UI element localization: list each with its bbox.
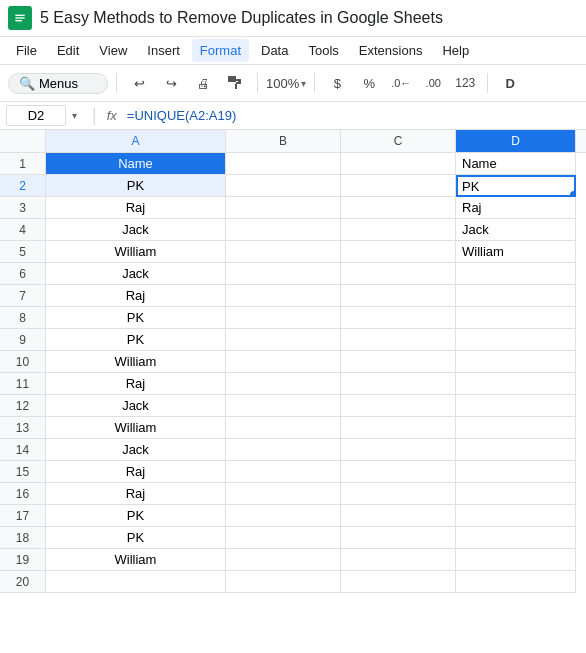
row-header-19[interactable]: 19 xyxy=(0,549,46,571)
cell-d6[interactable] xyxy=(456,263,576,285)
cell-b9[interactable] xyxy=(226,329,341,351)
cell-a1[interactable]: Name xyxy=(46,153,226,175)
cell-d1[interactable]: Name xyxy=(456,153,576,175)
cell-d10[interactable] xyxy=(456,351,576,373)
cell-a18[interactable]: PK xyxy=(46,527,226,549)
percent-button[interactable]: % xyxy=(355,69,383,97)
cell-a10[interactable]: William xyxy=(46,351,226,373)
cell-b1[interactable] xyxy=(226,153,341,175)
cell-a9[interactable]: PK xyxy=(46,329,226,351)
cell-b15[interactable] xyxy=(226,461,341,483)
cell-a5[interactable]: William xyxy=(46,241,226,263)
cell-c3[interactable] xyxy=(341,197,456,219)
cell-a12[interactable]: Jack xyxy=(46,395,226,417)
row-header-4[interactable]: 4 xyxy=(0,219,46,241)
row-header-7[interactable]: 7 xyxy=(0,285,46,307)
cell-d19[interactable] xyxy=(456,549,576,571)
cell-c14[interactable] xyxy=(341,439,456,461)
cell-b4[interactable] xyxy=(226,219,341,241)
cell-a6[interactable]: Jack xyxy=(46,263,226,285)
cell-d5[interactable]: William xyxy=(456,241,576,263)
search-input[interactable] xyxy=(39,76,94,91)
cell-a14[interactable]: Jack xyxy=(46,439,226,461)
row-header-5[interactable]: 5 xyxy=(0,241,46,263)
cell-c17[interactable] xyxy=(341,505,456,527)
cell-c20[interactable] xyxy=(341,571,456,593)
cell-a19[interactable]: William xyxy=(46,549,226,571)
menu-data[interactable]: Data xyxy=(253,39,296,62)
cell-c2[interactable] xyxy=(341,175,456,197)
cell-d20[interactable] xyxy=(456,571,576,593)
menu-extensions[interactable]: Extensions xyxy=(351,39,431,62)
cell-c12[interactable] xyxy=(341,395,456,417)
cell-c10[interactable] xyxy=(341,351,456,373)
row-header-10[interactable]: 10 xyxy=(0,351,46,373)
cell-reference[interactable]: D2 xyxy=(6,105,66,126)
cell-ref-dropdown-icon[interactable]: ▾ xyxy=(72,110,86,121)
cell-b10[interactable] xyxy=(226,351,341,373)
cell-d13[interactable] xyxy=(456,417,576,439)
increase-decimal-button[interactable]: .00 xyxy=(419,69,447,97)
cell-a13[interactable]: William xyxy=(46,417,226,439)
cell-c5[interactable] xyxy=(341,241,456,263)
cell-d9[interactable] xyxy=(456,329,576,351)
redo-button[interactable]: ↪ xyxy=(157,69,185,97)
row-header-14[interactable]: 14 xyxy=(0,439,46,461)
row-header-15[interactable]: 15 xyxy=(0,461,46,483)
zoom-dropdown-icon[interactable]: ▾ xyxy=(301,78,306,89)
row-header-12[interactable]: 12 xyxy=(0,395,46,417)
paint-format-button[interactable] xyxy=(221,69,249,97)
cell-a4[interactable]: Jack xyxy=(46,219,226,241)
cell-d7[interactable] xyxy=(456,285,576,307)
cell-a3[interactable]: Raj xyxy=(46,197,226,219)
cell-c18[interactable] xyxy=(341,527,456,549)
cell-c16[interactable] xyxy=(341,483,456,505)
cell-b7[interactable] xyxy=(226,285,341,307)
menu-format[interactable]: Format xyxy=(192,39,249,62)
row-header-2[interactable]: 2 xyxy=(0,175,46,197)
search-box[interactable]: 🔍 xyxy=(8,73,108,94)
cell-c4[interactable] xyxy=(341,219,456,241)
cell-b2[interactable] xyxy=(226,175,341,197)
cell-b17[interactable] xyxy=(226,505,341,527)
cell-c7[interactable] xyxy=(341,285,456,307)
cell-a8[interactable]: PK xyxy=(46,307,226,329)
cell-a17[interactable]: PK xyxy=(46,505,226,527)
row-header-18[interactable]: 18 xyxy=(0,527,46,549)
cell-c19[interactable] xyxy=(341,549,456,571)
col-header-a[interactable]: A xyxy=(46,130,226,152)
row-header-20[interactable]: 20 xyxy=(0,571,46,593)
cell-b19[interactable] xyxy=(226,549,341,571)
cell-c1[interactable] xyxy=(341,153,456,175)
row-header-8[interactable]: 8 xyxy=(0,307,46,329)
cell-b5[interactable] xyxy=(226,241,341,263)
cell-c9[interactable] xyxy=(341,329,456,351)
menu-help[interactable]: Help xyxy=(434,39,477,62)
menu-tools[interactable]: Tools xyxy=(300,39,346,62)
cell-d16[interactable] xyxy=(456,483,576,505)
col-header-d[interactable]: D xyxy=(456,130,576,152)
cell-a20[interactable] xyxy=(46,571,226,593)
cell-d3[interactable]: Raj xyxy=(456,197,576,219)
format-button[interactable]: 123 xyxy=(451,69,479,97)
cell-d17[interactable] xyxy=(456,505,576,527)
menu-view[interactable]: View xyxy=(91,39,135,62)
menu-edit[interactable]: Edit xyxy=(49,39,87,62)
cell-a15[interactable]: Raj xyxy=(46,461,226,483)
row-header-13[interactable]: 13 xyxy=(0,417,46,439)
cell-c6[interactable] xyxy=(341,263,456,285)
menu-file[interactable]: File xyxy=(8,39,45,62)
cell-b12[interactable] xyxy=(226,395,341,417)
row-header-9[interactable]: 9 xyxy=(0,329,46,351)
cell-b16[interactable] xyxy=(226,483,341,505)
cell-c11[interactable] xyxy=(341,373,456,395)
menu-insert[interactable]: Insert xyxy=(139,39,188,62)
cell-b13[interactable] xyxy=(226,417,341,439)
cell-a7[interactable]: Raj xyxy=(46,285,226,307)
row-header-11[interactable]: 11 xyxy=(0,373,46,395)
cell-d8[interactable] xyxy=(456,307,576,329)
cell-b6[interactable] xyxy=(226,263,341,285)
cell-a16[interactable]: Raj xyxy=(46,483,226,505)
cell-b14[interactable] xyxy=(226,439,341,461)
cell-d15[interactable] xyxy=(456,461,576,483)
